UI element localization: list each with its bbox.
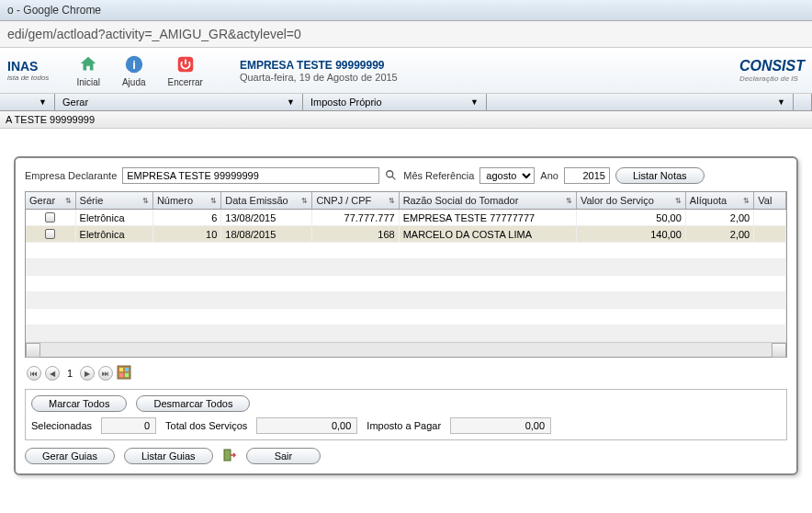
table-row-empty <box>26 259 786 276</box>
cell-razao: EMPRESA TESTE 77777777 <box>400 210 577 225</box>
table-row-empty <box>26 276 786 292</box>
action-row: Gerar Guias Listar Guias Sair <box>25 448 787 464</box>
menu-blank2[interactable]: ▼ <box>487 94 794 110</box>
sort-icon: ⇅ <box>65 197 72 205</box>
menu-gerar-label: Gerar <box>62 97 88 108</box>
cell-razao: MARCELO DA COSTA LIMA <box>400 226 577 242</box>
col-serie[interactable]: Série⇅ <box>76 192 153 209</box>
pager-first-button[interactable]: ⏮ <box>27 366 41 381</box>
col-aliquota[interactable]: Alíquota⇅ <box>686 192 754 209</box>
sair-button[interactable]: Sair <box>246 448 321 464</box>
svg-rect-8 <box>119 373 123 377</box>
mes-label: Mês Referência <box>403 170 474 181</box>
sort-icon: ⇅ <box>210 197 217 205</box>
sort-icon: ⇅ <box>142 197 149 205</box>
sort-icon: ⇅ <box>566 197 572 205</box>
col-val[interactable]: Val <box>754 192 786 209</box>
current-date: Quarta-feira, 19 de Agosto de 2015 <box>240 72 398 83</box>
col-gerar[interactable]: Gerar⇅ <box>26 192 76 209</box>
ano-input[interactable] <box>564 167 610 184</box>
cell-aliquota: 2,00 <box>686 210 754 225</box>
cell-serie: Eletrônica <box>76 226 153 242</box>
declarante-input[interactable] <box>122 167 379 184</box>
app-header: INAS ista de todos Inicial i Ajuda Encer… <box>0 48 812 94</box>
encerrar-button[interactable]: Encerrar <box>159 51 212 89</box>
ajuda-label: Ajuda <box>122 77 146 87</box>
home-icon <box>77 53 99 75</box>
table-row-empty <box>26 309 786 325</box>
horizontal-scrollbar[interactable] <box>26 342 786 357</box>
menu-gerar[interactable]: Gerar▼ <box>55 94 303 110</box>
declarante-label: Empresa Declarante <box>25 170 117 181</box>
logo-text: INAS <box>7 59 49 74</box>
chevron-down-icon: ▼ <box>470 97 479 107</box>
summary-box: Marcar Todos Desmarcar Todos Selecionada… <box>25 389 787 440</box>
desmarcar-todos-button[interactable]: Desmarcar Todos <box>136 395 250 412</box>
total-servicos-label: Total dos Serviços <box>165 420 247 431</box>
sort-icon: ⇅ <box>301 197 308 205</box>
svg-line-4 <box>392 177 396 180</box>
selecionadas-label: Selecionadas <box>31 420 92 431</box>
listar-notas-button[interactable]: Listar Notas <box>615 167 705 184</box>
encerrar-label: Encerrar <box>168 77 203 87</box>
sort-icon: ⇅ <box>743 197 750 205</box>
table-row[interactable]: Eletrônica 10 18/08/2015 168 MARCELO DA … <box>26 226 786 243</box>
table-row[interactable]: Eletrônica 6 13/08/2015 77.777.777 EMPRE… <box>26 210 786 226</box>
exit-icon <box>222 448 237 464</box>
chevron-down-icon: ▼ <box>39 97 47 107</box>
menu-bar: ▼ Gerar▼ Imposto Próprio▼ ▼ <box>0 94 812 111</box>
pager-next-button[interactable]: ▶ <box>80 366 95 381</box>
table-header: Gerar⇅ Série⇅ Número⇅ Data Emissão⇅ CNPJ… <box>26 192 786 210</box>
logo: INAS ista de todos <box>7 59 49 82</box>
cell-data: 13/08/2015 <box>221 210 312 225</box>
pager-page: 1 <box>63 368 76 379</box>
cell-cnpj: 168 <box>312 226 399 242</box>
export-icon[interactable] <box>117 365 131 382</box>
sort-icon: ⇅ <box>389 197 395 205</box>
search-icon[interactable] <box>385 169 398 182</box>
ano-label: Ano <box>540 170 558 181</box>
total-servicos-value: 0,00 <box>256 417 357 434</box>
col-numero[interactable]: Número⇅ <box>153 192 221 209</box>
inicial-button[interactable]: Inicial <box>67 51 109 89</box>
svg-rect-10 <box>224 450 231 461</box>
table-body: Eletrônica 6 13/08/2015 77.777.777 EMPRE… <box>26 210 786 342</box>
help-icon: i <box>123 53 145 75</box>
ajuda-button[interactable]: i Ajuda <box>113 51 155 89</box>
chevron-down-icon: ▼ <box>777 97 785 107</box>
filter-row: Empresa Declarante Mês Referência agosto… <box>25 167 787 184</box>
table-row-empty <box>26 243 786 259</box>
svg-rect-6 <box>119 368 123 371</box>
gerar-guias-button[interactable]: Gerar Guias <box>25 448 115 464</box>
menu-imposto[interactable]: Imposto Próprio▼ <box>303 94 487 110</box>
row-checkbox[interactable] <box>45 229 55 239</box>
row-checkbox[interactable] <box>45 212 55 222</box>
sort-icon: ⇅ <box>675 197 682 205</box>
col-valor[interactable]: Valor do Serviço⇅ <box>577 192 686 209</box>
table-row-empty <box>26 292 786 309</box>
notes-table: Gerar⇅ Série⇅ Número⇅ Data Emissão⇅ CNPJ… <box>25 191 787 358</box>
table-row-empty <box>26 325 786 342</box>
col-cnpj[interactable]: CNPJ / CPF⇅ <box>312 192 399 209</box>
cell-aliquota: 2,00 <box>686 226 754 242</box>
menu-blank1[interactable]: ▼ <box>0 94 55 110</box>
listar-guias-button[interactable]: Listar Guias <box>124 448 213 464</box>
pager-prev-button[interactable]: ◀ <box>45 366 60 381</box>
url-bar[interactable]: edi/gem/actload?activity=_AMIGU_GR&actyl… <box>0 21 812 48</box>
marcar-todos-button[interactable]: Marcar Todos <box>31 395 127 412</box>
menu-blank3[interactable] <box>794 94 812 110</box>
cell-serie: Eletrônica <box>76 210 153 225</box>
selecionadas-value: 0 <box>101 417 156 434</box>
col-data[interactable]: Data Emissão⇅ <box>221 192 312 209</box>
cell-valor: 140,00 <box>577 226 686 242</box>
col-razao[interactable]: Razão Social do Tomador⇅ <box>400 192 577 209</box>
consist-logo: CONSIST Declaração de IS <box>739 58 805 83</box>
power-icon <box>175 53 197 75</box>
mes-select[interactable]: agosto <box>479 167 535 184</box>
cell-cnpj: 77.777.777 <box>312 210 399 225</box>
imposto-pagar-value: 0,00 <box>450 417 551 434</box>
pager-last-button[interactable]: ⏭ <box>98 366 113 381</box>
main-panel: Empresa Declarante Mês Referência agosto… <box>14 156 798 475</box>
cell-numero: 10 <box>153 226 221 242</box>
svg-text:i: i <box>132 58 136 72</box>
